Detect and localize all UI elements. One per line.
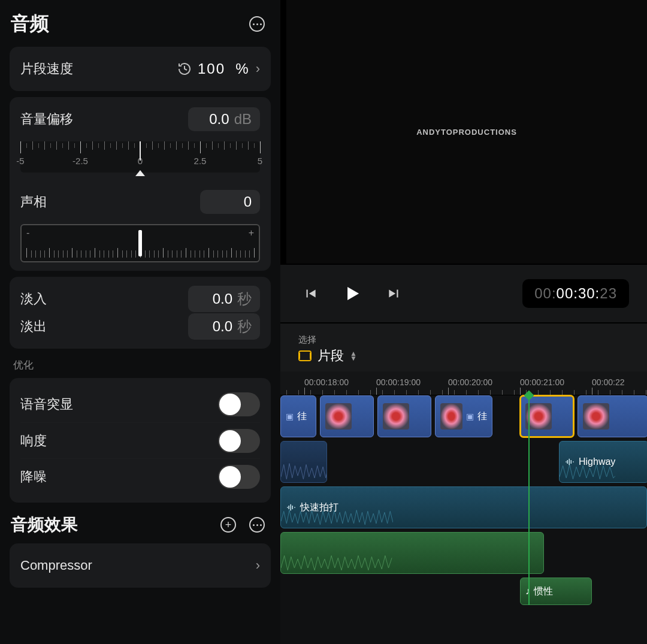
timecode-display[interactable]: 00:00:30:23: [522, 279, 629, 308]
panel-more-button[interactable]: [248, 15, 266, 33]
fade-out-field[interactable]: 0.0 秒: [188, 313, 260, 340]
chevron-updown-icon: ▲▼: [350, 351, 357, 361]
loudness-toggle[interactable]: [218, 429, 260, 453]
fade-in-value: 0.0: [213, 291, 232, 307]
pan-slider-thumb[interactable]: [138, 230, 142, 256]
tool-mode-value: 片段: [318, 347, 344, 365]
pan-slider[interactable]: - +: [20, 224, 260, 262]
fade-out-label: 淡出: [20, 318, 47, 335]
pan-label: 声相: [20, 193, 47, 211]
noise-reduction-toggle[interactable]: [218, 465, 260, 489]
timeline[interactable]: 00:00:18:0000:00:19:0000:00:20:0000:00:2…: [280, 371, 647, 644]
fade-in-field[interactable]: 0.0 秒: [188, 286, 260, 312]
camera-icon: ▣: [466, 412, 474, 421]
optimize-section-label: 优化: [10, 355, 271, 372]
video-clip[interactable]: [578, 395, 647, 437]
fade-out-value: 0.0: [213, 318, 232, 335]
effects-more-button[interactable]: [248, 516, 266, 534]
video-track[interactable]: ▣ 徍 ▣ 徍: [280, 395, 647, 437]
volume-offset-value: 0.0: [209, 111, 229, 128]
audio-clip-label: Highway: [579, 456, 615, 467]
speed-history-icon: [177, 62, 192, 76]
tool-mode-selector[interactable]: 片段 ▲▼: [298, 347, 629, 365]
effect-row-compressor[interactable]: Compressor ›: [10, 543, 271, 588]
audio-clip-green[interactable]: [280, 532, 544, 574]
pan-plus-label: +: [249, 228, 254, 238]
timecode-dim-suffix: 23: [600, 285, 617, 301]
clip-speed-unit: %: [235, 61, 249, 77]
fade-card: 淡入 0.0 秒 淡出 0.0 秒: [10, 277, 271, 349]
audio-effects-title: 音频效果: [11, 513, 78, 536]
pan-minus-label: -: [26, 228, 29, 238]
pan-value: 0: [244, 193, 252, 210]
loudness-label: 响度: [20, 432, 47, 450]
transport-bar: 00:00:30:23: [280, 264, 647, 323]
video-preview: ANDYTOPRODUCTIONS: [286, 0, 647, 264]
waveform-icon: [286, 502, 297, 513]
clip-icon: [298, 350, 312, 361]
fade-in-label: 淡入: [20, 290, 47, 308]
next-clip-button[interactable]: [382, 282, 406, 306]
voice-enhance-label: 语音突显: [20, 395, 73, 413]
video-clip[interactable]: ▣ 徍: [435, 395, 492, 437]
plus-icon: +: [220, 517, 236, 533]
audio-clip-inertia[interactable]: ♪ 惯性: [520, 578, 592, 605]
video-clip[interactable]: ▣ 徍: [280, 395, 316, 437]
timeline-ruler[interactable]: 00:00:18:0000:00:19:0000:00:20:0000:00:2…: [280, 371, 647, 395]
video-clip[interactable]: [320, 395, 374, 437]
audio-clip[interactable]: [280, 441, 327, 483]
chevron-right-icon: ›: [256, 558, 260, 573]
panel-title: 音频: [11, 11, 49, 37]
audio-track[interactable]: ♪ 惯性: [280, 578, 647, 605]
video-clip[interactable]: [377, 395, 431, 437]
audio-clip-label: 快速拍打: [300, 501, 338, 514]
volume-offset-label: 音量偏移: [20, 110, 73, 128]
play-button[interactable]: [340, 282, 364, 306]
volume-slider-center-line: [140, 141, 141, 161]
playhead[interactable]: [528, 395, 530, 605]
video-clip-label: 徍: [297, 410, 307, 423]
volume-pan-card: 音量偏移 0.0 dB -5-2.502.55 声相 0 - +: [10, 97, 271, 271]
optimize-toggles-card: 语音突显 响度 降噪: [10, 378, 271, 503]
ellipsis-icon: [249, 517, 265, 533]
preview-watermark: ANDYTOPRODUCTIONS: [416, 128, 517, 137]
fade-out-unit: 秒: [237, 317, 252, 336]
audio-track[interactable]: 快速拍打: [280, 486, 647, 528]
waveform-icon: [564, 456, 575, 467]
audio-clip-label: 惯性: [534, 585, 553, 598]
volume-slider-thumb[interactable]: [135, 170, 145, 176]
volume-slider[interactable]: -5-2.502.55: [20, 141, 260, 173]
ellipsis-icon: [249, 16, 265, 32]
volume-offset-unit: dB: [234, 111, 252, 128]
volume-offset-field[interactable]: 0.0 dB: [188, 107, 260, 131]
timecode-highlight: 00:30:: [557, 285, 600, 301]
pan-field[interactable]: 0: [200, 190, 260, 214]
clip-speed-value: 100: [198, 61, 225, 77]
noise-reduction-label: 降噪: [20, 468, 47, 486]
effect-compressor-label: Compressor: [20, 558, 92, 573]
audio-track[interactable]: Highway: [280, 441, 647, 483]
tool-label: 选择: [298, 334, 629, 346]
prev-clip-button[interactable]: [298, 282, 322, 306]
audio-clip-fast-beat[interactable]: 快速拍打: [280, 486, 647, 528]
fade-in-unit: 秒: [237, 289, 252, 309]
video-clip-label: 徍: [477, 410, 487, 423]
add-effect-button[interactable]: +: [219, 516, 237, 534]
timecode-dim-prefix: 00:: [534, 285, 556, 301]
audio-track[interactable]: [280, 532, 647, 574]
audio-clip-highway[interactable]: Highway: [559, 441, 647, 483]
clip-speed-label: 片段速度: [20, 60, 73, 78]
voice-enhance-toggle[interactable]: [218, 392, 260, 416]
camera-icon: ▣: [286, 412, 294, 421]
chevron-right-icon: ›: [256, 61, 260, 77]
audio-inspector-panel: 音频 片段速度 100 % ›: [0, 0, 280, 644]
clip-speed-row[interactable]: 片段速度 100 % ›: [10, 47, 271, 91]
timeline-tool-row: 选择 片段 ▲▼: [280, 323, 647, 371]
